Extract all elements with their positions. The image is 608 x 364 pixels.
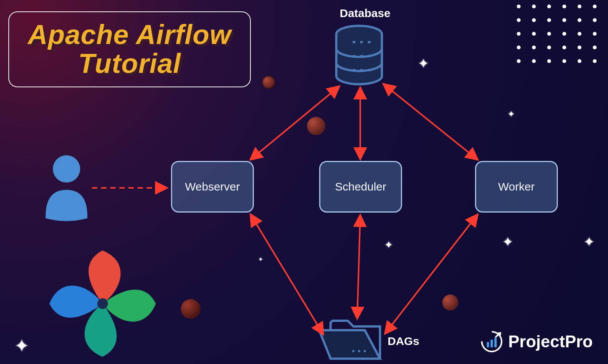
svg-point-11: [352, 350, 355, 352]
sparkle-decor: ✦: [508, 110, 515, 118]
sparkle-decor: ✦: [418, 57, 429, 70]
sparkle-decor: ✦: [584, 235, 594, 248]
sparkle-decor: ✦: [385, 240, 393, 250]
node-webserver: Webserver: [171, 161, 254, 213]
planet-decor: [307, 117, 325, 135]
edge-scheduler-dags: [357, 216, 360, 318]
airflow-pinwheel-icon: [49, 251, 156, 357]
edge-webserver-database: [251, 87, 339, 159]
title-line-2: Tutorial: [78, 48, 181, 79]
sparkle-decor: ✦: [258, 257, 263, 262]
brand-logo: ProjectPro: [481, 331, 593, 353]
svg-point-13: [364, 350, 366, 352]
node-scheduler-label: Scheduler: [335, 180, 386, 193]
brand-name: ProjectPro: [508, 332, 593, 351]
sparkle-decor: ✦: [502, 235, 513, 248]
folder-icon: [319, 321, 380, 359]
planet-decor: [262, 76, 275, 89]
svg-point-0: [53, 155, 80, 183]
planet-decor: [442, 295, 458, 310]
svg-point-12: [358, 350, 360, 352]
svg-rect-18: [494, 337, 497, 347]
node-scheduler: Scheduler: [319, 161, 402, 213]
dot-grid-decor: [517, 5, 597, 63]
svg-rect-17: [491, 340, 493, 347]
database-label: Database: [340, 7, 390, 20]
title-box: Apache Airflow Tutorial: [8, 11, 251, 87]
svg-rect-16: [487, 342, 489, 347]
user-icon: [46, 155, 87, 221]
projectpro-mark-icon: [481, 331, 503, 353]
edge-webserver-dags: [251, 215, 323, 334]
svg-point-14: [97, 298, 108, 309]
title-line-1: Apache Airflow: [28, 19, 231, 50]
database-icon: [336, 26, 382, 84]
node-worker-label: Worker: [498, 180, 535, 193]
node-webserver-label: Webserver: [185, 180, 240, 193]
svg-point-1: [336, 26, 382, 43]
sparkle-decor: ✦: [14, 337, 29, 355]
page-title: Apache Airflow Tutorial: [28, 20, 231, 78]
edge-worker-dags: [385, 215, 477, 333]
dags-label: DAGs: [388, 335, 419, 348]
planet-decor: [181, 299, 201, 319]
node-worker: Worker: [475, 161, 558, 213]
edge-worker-database: [384, 84, 477, 159]
